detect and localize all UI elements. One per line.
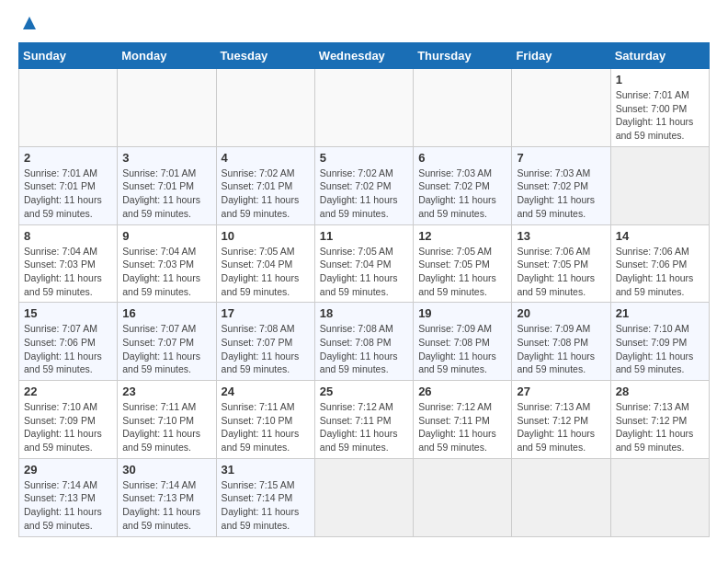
day-info: Sunrise: 7:05 AMSunset: 7:04 PMDaylight:… [222, 245, 310, 299]
day-info: Sunrise: 7:08 AMSunset: 7:07 PMDaylight:… [222, 322, 310, 376]
calendar-cell-empty [19, 69, 118, 147]
day-number: 11 [320, 229, 408, 243]
day-info: Sunrise: 7:12 AMSunset: 7:11 PMDaylight:… [418, 400, 506, 454]
day-number: 3 [122, 151, 210, 165]
calendar-cell-day-8: 8Sunrise: 7:04 AMSunset: 7:03 PMDaylight… [19, 224, 118, 303]
calendar-cell-day-6: 6Sunrise: 7:03 AMSunset: 7:02 PMDaylight… [414, 146, 512, 224]
calendar-cell-empty [610, 146, 709, 224]
calendar-cell-empty [414, 458, 512, 536]
day-info: Sunrise: 7:01 AMSunset: 7:00 PMDaylight:… [616, 88, 704, 143]
day-number: 1 [616, 73, 704, 86]
day-number: 27 [517, 385, 605, 398]
calendar-week-row: 22Sunrise: 7:10 AMSunset: 7:09 PMDayligh… [19, 381, 710, 459]
col-header-sunday: Sunday [19, 43, 118, 69]
day-number: 15 [24, 306, 112, 320]
calendar-cell-day-17: 17Sunrise: 7:08 AMSunset: 7:07 PMDayligh… [216, 303, 314, 381]
calendar-cell-day-9: 9Sunrise: 7:04 AMSunset: 7:03 PMDaylight… [118, 224, 216, 303]
calendar-cell-day-19: 19Sunrise: 7:09 AMSunset: 7:08 PMDayligh… [414, 303, 512, 381]
day-number: 23 [122, 385, 210, 398]
day-info: Sunrise: 7:01 AMSunset: 7:01 PMDaylight:… [122, 167, 210, 221]
calendar-cell-day-24: 24Sunrise: 7:11 AMSunset: 7:10 PMDayligh… [216, 381, 314, 459]
calendar-cell-day-21: 21Sunrise: 7:10 AMSunset: 7:09 PMDayligh… [610, 303, 709, 381]
day-info: Sunrise: 7:13 AMSunset: 7:12 PMDaylight:… [517, 400, 605, 454]
calendar-cell-day-12: 12Sunrise: 7:05 AMSunset: 7:05 PMDayligh… [414, 224, 512, 303]
calendar-cell-empty [314, 69, 413, 147]
calendar-cell-day-25: 25Sunrise: 7:12 AMSunset: 7:11 PMDayligh… [314, 381, 413, 459]
calendar-cell-empty [610, 458, 709, 536]
calendar-cell-day-29: 29Sunrise: 7:14 AMSunset: 7:13 PMDayligh… [19, 458, 118, 536]
day-number: 12 [418, 229, 506, 243]
day-number: 29 [24, 463, 112, 477]
day-number: 24 [222, 385, 310, 398]
calendar-cell-day-14: 14Sunrise: 7:06 AMSunset: 7:06 PMDayligh… [610, 224, 709, 303]
col-header-monday: Monday [118, 43, 216, 69]
calendar-cell-day-31: 31Sunrise: 7:15 AMSunset: 7:14 PMDayligh… [216, 458, 314, 536]
day-number: 4 [222, 151, 310, 165]
calendar-header-row: SundayMondayTuesdayWednesdayThursdayFrid… [19, 43, 710, 69]
col-header-saturday: Saturday [610, 43, 709, 69]
day-info: Sunrise: 7:06 AMSunset: 7:06 PMDaylight:… [616, 245, 704, 299]
calendar-cell-day-11: 11Sunrise: 7:05 AMSunset: 7:04 PMDayligh… [314, 224, 413, 303]
svg-marker-0 [23, 17, 36, 29]
day-number: 14 [616, 229, 704, 243]
calendar-cell-day-16: 16Sunrise: 7:07 AMSunset: 7:07 PMDayligh… [118, 303, 216, 381]
calendar-cell-empty [512, 458, 610, 536]
calendar-cell-day-4: 4Sunrise: 7:02 AMSunset: 7:01 PMDaylight… [216, 146, 314, 224]
calendar-cell-day-13: 13Sunrise: 7:06 AMSunset: 7:05 PMDayligh… [512, 224, 610, 303]
col-header-tuesday: Tuesday [216, 43, 314, 69]
day-info: Sunrise: 7:10 AMSunset: 7:09 PMDaylight:… [616, 322, 704, 376]
day-info: Sunrise: 7:11 AMSunset: 7:10 PMDaylight:… [122, 400, 210, 454]
calendar-cell-day-23: 23Sunrise: 7:11 AMSunset: 7:10 PMDayligh… [118, 381, 216, 459]
day-number: 22 [24, 385, 112, 398]
day-info: Sunrise: 7:09 AMSunset: 7:08 PMDaylight:… [418, 322, 506, 376]
day-number: 6 [418, 151, 506, 165]
logo-icon [21, 15, 38, 31]
calendar-cell-day-2: 2Sunrise: 7:01 AMSunset: 7:01 PMDaylight… [19, 146, 118, 224]
day-number: 10 [222, 229, 310, 243]
day-info: Sunrise: 7:14 AMSunset: 7:13 PMDaylight:… [24, 478, 112, 533]
day-number: 8 [24, 229, 112, 243]
calendar-cell-day-22: 22Sunrise: 7:10 AMSunset: 7:09 PMDayligh… [19, 381, 118, 459]
day-info: Sunrise: 7:15 AMSunset: 7:14 PMDaylight:… [222, 478, 310, 533]
day-number: 19 [418, 306, 506, 320]
day-number: 9 [122, 229, 210, 243]
calendar-week-row: 29Sunrise: 7:14 AMSunset: 7:13 PMDayligh… [19, 458, 710, 536]
day-info: Sunrise: 7:04 AMSunset: 7:03 PMDaylight:… [24, 245, 112, 299]
day-info: Sunrise: 7:07 AMSunset: 7:06 PMDaylight:… [24, 322, 112, 376]
day-info: Sunrise: 7:08 AMSunset: 7:08 PMDaylight:… [320, 322, 408, 376]
page-header [18, 15, 710, 35]
day-info: Sunrise: 7:10 AMSunset: 7:09 PMDaylight:… [24, 400, 112, 454]
day-info: Sunrise: 7:03 AMSunset: 7:02 PMDaylight:… [517, 167, 605, 221]
calendar-cell-day-27: 27Sunrise: 7:13 AMSunset: 7:12 PMDayligh… [512, 381, 610, 459]
calendar-cell-day-3: 3Sunrise: 7:01 AMSunset: 7:01 PMDaylight… [118, 146, 216, 224]
day-number: 20 [517, 306, 605, 320]
day-info: Sunrise: 7:02 AMSunset: 7:01 PMDaylight:… [222, 167, 310, 221]
calendar-cell-day-7: 7Sunrise: 7:03 AMSunset: 7:02 PMDaylight… [512, 146, 610, 224]
col-header-friday: Friday [512, 43, 610, 69]
day-info: Sunrise: 7:13 AMSunset: 7:12 PMDaylight:… [616, 400, 704, 454]
day-info: Sunrise: 7:05 AMSunset: 7:05 PMDaylight:… [418, 245, 506, 299]
day-info: Sunrise: 7:14 AMSunset: 7:13 PMDaylight:… [122, 478, 210, 533]
calendar-week-row: 2Sunrise: 7:01 AMSunset: 7:01 PMDaylight… [19, 146, 710, 224]
calendar-table: SundayMondayTuesdayWednesdayThursdayFrid… [18, 42, 710, 537]
day-info: Sunrise: 7:01 AMSunset: 7:01 PMDaylight:… [24, 167, 112, 221]
day-number: 28 [616, 385, 704, 398]
calendar-cell-empty [118, 69, 216, 147]
col-header-thursday: Thursday [414, 43, 512, 69]
day-number: 30 [122, 463, 210, 477]
day-info: Sunrise: 7:04 AMSunset: 7:03 PMDaylight:… [122, 245, 210, 299]
day-number: 5 [320, 151, 408, 165]
day-number: 25 [320, 385, 408, 398]
calendar-cell-day-10: 10Sunrise: 7:05 AMSunset: 7:04 PMDayligh… [216, 224, 314, 303]
day-number: 26 [418, 385, 506, 398]
calendar-cell-day-15: 15Sunrise: 7:07 AMSunset: 7:06 PMDayligh… [19, 303, 118, 381]
col-header-wednesday: Wednesday [314, 43, 413, 69]
day-number: 21 [616, 306, 704, 320]
calendar-cell-empty [216, 69, 314, 147]
day-number: 17 [222, 306, 310, 320]
calendar-cell-day-28: 28Sunrise: 7:13 AMSunset: 7:12 PMDayligh… [610, 381, 709, 459]
logo [18, 15, 38, 35]
day-number: 2 [24, 151, 112, 165]
calendar-cell-empty [314, 458, 413, 536]
calendar-cell-empty [414, 69, 512, 147]
